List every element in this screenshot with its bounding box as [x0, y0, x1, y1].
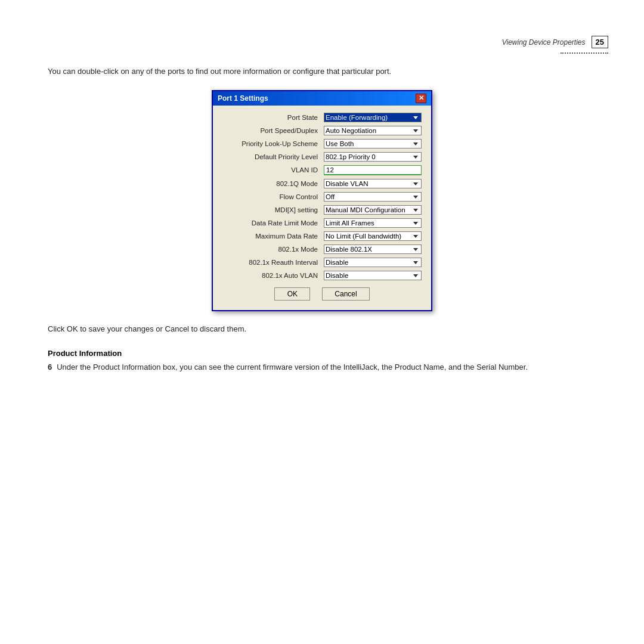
select-reauth-interval[interactable]: Disable [324, 258, 422, 267]
label-default-priority: Default Priority Level [222, 153, 324, 160]
product-info-heading: Product Information [48, 349, 596, 358]
form-row-reauth-interval: 802.1x Reauth Interval Disable [222, 258, 422, 267]
select-flow-control[interactable]: Off [324, 192, 422, 202]
page-container: Viewing Device Properties 25 You can dou… [0, 0, 644, 644]
form-row-default-priority: Default Priority Level 802.1p Priority 0 [222, 152, 422, 162]
label-priority-lookup: Priority Look-Up Scheme [222, 140, 324, 147]
product-info-body: 6 Under the Product Information box, you… [48, 361, 596, 374]
page-number: 25 [592, 36, 608, 48]
label-data-rate-mode: Data Rate Limit Mode [222, 219, 324, 227]
control-max-data-rate[interactable]: No Limit (Full bandwidth) [324, 231, 422, 241]
section-number: 6 [48, 361, 52, 374]
control-vlan-id[interactable] [324, 165, 422, 175]
dialog-title: Port 1 Settings [218, 94, 268, 103]
input-vlan-id[interactable] [324, 165, 422, 175]
header-title: Viewing Device Properties [502, 38, 586, 47]
select-data-rate-mode[interactable]: Limit All Frames [324, 218, 422, 228]
control-default-priority[interactable]: 802.1p Priority 0 [324, 152, 422, 162]
control-8021q-mode[interactable]: Disable VLAN [324, 179, 422, 188]
control-flow-control[interactable]: Off [324, 192, 422, 202]
select-mdix[interactable]: Manual MDI Configuration [324, 205, 422, 215]
dialog-port-settings: Port 1 Settings ✕ Port State Enable (For… [212, 90, 432, 311]
select-port-state[interactable]: Enable (Forwarding) [324, 113, 422, 122]
form-row-vlan-id: VLAN ID [222, 165, 422, 175]
content-area: You can double-click on any of the ports… [48, 66, 596, 373]
control-data-rate-mode[interactable]: Limit All Frames [324, 218, 422, 228]
label-vlan-id: VLAN ID [222, 166, 324, 174]
control-port-speed[interactable]: Auto Negotiation [324, 126, 422, 135]
select-8021q-mode[interactable]: Disable VLAN [324, 179, 422, 188]
form-row-port-speed: Port Speed/Duplex Auto Negotiation [222, 126, 422, 135]
select-max-data-rate[interactable]: No Limit (Full bandwidth) [324, 231, 422, 241]
dialog-buttons: OK Cancel [222, 287, 422, 303]
label-auto-vlan: 802.1x Auto VLAN [222, 272, 324, 279]
label-flow-control: Flow Control [222, 193, 324, 200]
control-auto-vlan[interactable]: Disable [324, 271, 422, 280]
control-priority-lookup[interactable]: Use Both [324, 139, 422, 148]
ok-button[interactable]: OK [274, 287, 310, 301]
select-auto-vlan[interactable]: Disable [324, 271, 422, 280]
header-divider [561, 52, 608, 54]
label-8021q-mode: 802.1Q Mode [222, 180, 324, 187]
intro-text: You can double-click on any of the ports… [48, 66, 596, 78]
form-row-8021x-mode: 802.1x Mode Disable 802.1X [222, 244, 422, 254]
dialog-wrapper: Port 1 Settings ✕ Port State Enable (For… [48, 90, 596, 311]
dialog-close-button[interactable]: ✕ [416, 94, 426, 103]
label-max-data-rate: Maximum Data Rate [222, 233, 324, 240]
label-port-state: Port State [222, 114, 324, 121]
select-priority-lookup[interactable]: Use Both [324, 139, 422, 148]
select-port-speed[interactable]: Auto Negotiation [324, 126, 422, 135]
form-row-max-data-rate: Maximum Data Rate No Limit (Full bandwid… [222, 231, 422, 241]
select-default-priority[interactable]: 802.1p Priority 0 [324, 152, 422, 162]
form-row-data-rate-mode: Data Rate Limit Mode Limit All Frames [222, 218, 422, 228]
label-8021x-mode: 802.1x Mode [222, 246, 324, 253]
section-text: Under the Product Information box, you c… [57, 361, 596, 374]
form-row-flow-control: Flow Control Off [222, 192, 422, 202]
form-row-priority-lookup: Priority Look-Up Scheme Use Both [222, 139, 422, 148]
label-port-speed: Port Speed/Duplex [222, 127, 324, 134]
dialog-titlebar: Port 1 Settings ✕ [213, 91, 431, 106]
click-instruction: Click OK to save your changes or Cancel … [48, 323, 596, 336]
dialog-body: Port State Enable (Forwarding) Port Spee… [213, 106, 431, 310]
form-row-auto-vlan: 802.1x Auto VLAN Disable [222, 271, 422, 280]
form-row-port-state: Port State Enable (Forwarding) [222, 113, 422, 122]
form-row-mdix: MDI[X] setting Manual MDI Configuration [222, 205, 422, 215]
control-reauth-interval[interactable]: Disable [324, 258, 422, 267]
label-mdix: MDI[X] setting [222, 206, 324, 213]
select-8021x-mode[interactable]: Disable 802.1X [324, 244, 422, 254]
header-area: Viewing Device Properties 25 [502, 36, 608, 48]
control-port-state[interactable]: Enable (Forwarding) [324, 113, 422, 122]
label-reauth-interval: 802.1x Reauth Interval [222, 259, 324, 266]
cancel-button[interactable]: Cancel [322, 287, 369, 301]
control-8021x-mode[interactable]: Disable 802.1X [324, 244, 422, 254]
form-row-8021q-mode: 802.1Q Mode Disable VLAN [222, 179, 422, 188]
control-mdix[interactable]: Manual MDI Configuration [324, 205, 422, 215]
